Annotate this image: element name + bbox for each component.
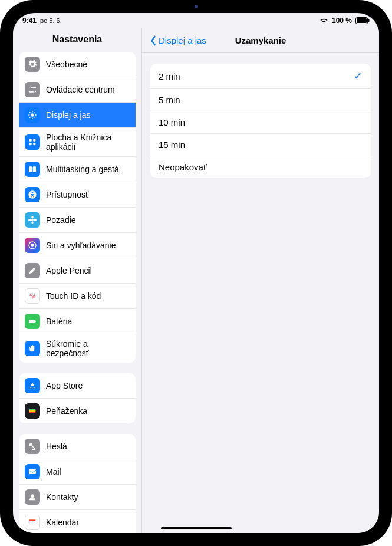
- calendar-icon: [25, 515, 40, 530]
- svg-point-28: [34, 219, 37, 221]
- back-button[interactable]: Displej a jas: [149, 35, 206, 46]
- status-date: po 5. 6.: [40, 17, 62, 24]
- switches-icon: [25, 82, 40, 97]
- svg-rect-40: [29, 520, 36, 522]
- sidebar-item[interactable]: Apple Pencil: [19, 258, 136, 284]
- svg-rect-35: [29, 412, 36, 414]
- sidebar-scroll[interactable]: VšeobecnéOvládacie centrumDisplej a jasP…: [13, 52, 141, 533]
- home-indicator[interactable]: [161, 527, 232, 529]
- svg-rect-20: [29, 167, 32, 172]
- option-row[interactable]: 2 min✓: [150, 64, 371, 89]
- svg-line-15: [29, 117, 30, 117]
- wallet-icon: [25, 403, 40, 419]
- appstore-icon: [25, 378, 40, 393]
- svg-point-5: [29, 87, 31, 88]
- gear-icon: [25, 57, 40, 72]
- sidebar-item[interactable]: Všeobecné: [19, 52, 136, 77]
- svg-rect-34: [29, 410, 36, 412]
- siri-icon: [25, 238, 40, 253]
- contacts-icon: [25, 489, 40, 505]
- sidebar-item-label: Multitasking a gestá: [46, 165, 130, 174]
- pencil-icon: [25, 263, 40, 278]
- svg-point-6: [34, 91, 35, 93]
- wifi-icon: [319, 18, 328, 24]
- sidebar-item[interactable]: Pozadie: [19, 208, 136, 233]
- svg-rect-16: [29, 139, 32, 142]
- svg-point-27: [28, 219, 31, 221]
- back-button-label: Displej a jas: [159, 35, 206, 45]
- sidebar-item[interactable]: Kalendár: [19, 510, 136, 533]
- sidebar-item[interactable]: Siri a vyhľadávanie: [19, 233, 136, 258]
- status-time: 9:41: [22, 17, 37, 25]
- detail-pane: Displej a jas Uzamykanie 2 min✓5 min10 m…: [141, 28, 379, 533]
- svg-point-38: [31, 495, 34, 498]
- option-label: 15 min: [159, 140, 185, 150]
- sidebar-item-label: Prístupnosť: [46, 190, 130, 199]
- sidebar-item-label: Displej a jas: [46, 110, 130, 120]
- sidebar-group: App StorePeňaženka: [19, 373, 136, 423]
- sidebar-item-label: Mail: [46, 467, 130, 476]
- battery-icon: [25, 314, 40, 329]
- svg-line-13: [34, 117, 35, 117]
- accessibility-icon: [25, 187, 40, 202]
- sidebar-item[interactable]: Touch ID a kód: [19, 284, 136, 309]
- sidebar-item-label: Súkromie a bezpečnosť: [46, 339, 130, 358]
- sidebar-item[interactable]: Plocha a Knižnica aplikácií: [19, 128, 136, 157]
- svg-point-36: [29, 443, 32, 446]
- svg-rect-21: [33, 167, 36, 172]
- sidebar-item[interactable]: Ovládacie centrum: [19, 77, 136, 103]
- sidebar-item[interactable]: Súkromie a bezpečnosť: [19, 334, 136, 363]
- mail-icon: [25, 464, 40, 479]
- svg-line-14: [34, 112, 35, 113]
- sidebar-item[interactable]: Batéria: [19, 309, 136, 334]
- option-row[interactable]: Neopakovať: [150, 156, 371, 178]
- brightness-icon: [25, 107, 40, 123]
- sidebar-item-label: Kalendár: [46, 518, 130, 527]
- fingerprint-icon: [25, 288, 40, 304]
- option-label: 10 min: [159, 117, 185, 127]
- sidebar-item-label: Plocha a Knižnica aplikácií: [46, 133, 130, 152]
- sidebar-group: VšeobecnéOvládacie centrumDisplej a jasP…: [19, 52, 136, 363]
- svg-rect-18: [29, 143, 32, 145]
- option-row[interactable]: 15 min: [150, 134, 371, 156]
- svg-rect-31: [29, 320, 35, 323]
- sidebar-item[interactable]: Mail: [19, 459, 136, 485]
- sidebar-item[interactable]: Multitasking a gestá: [19, 157, 136, 182]
- sidebar-item[interactable]: Displej a jas: [19, 103, 136, 128]
- battery-icon: [355, 17, 370, 24]
- sidebar-group: HesláMailKontaktyKalendárPoznámkyPripomi…: [19, 434, 136, 533]
- option-label: Neopakovať: [159, 162, 207, 172]
- svg-point-7: [31, 113, 34, 116]
- hand-icon: [25, 341, 40, 356]
- svg-rect-1: [357, 18, 367, 23]
- sidebar-item-label: Kontakty: [46, 492, 130, 502]
- svg-rect-2: [368, 19, 370, 22]
- sidebar-item-label: Batéria: [46, 317, 130, 326]
- key-icon: [25, 439, 40, 454]
- svg-rect-33: [29, 409, 36, 410]
- sidebar-item[interactable]: App Store: [19, 373, 136, 399]
- sidebar-item-label: Ovládacie centrum: [46, 85, 130, 94]
- option-row[interactable]: 10 min: [150, 111, 371, 134]
- svg-rect-37: [29, 469, 36, 474]
- sidebar-item-label: Siri a vyhľadávanie: [46, 241, 130, 250]
- screen: 9:41 po 5. 6. 100 % Nastavenia Všeobecné…: [13, 13, 379, 533]
- sidebar-item-label: Všeobecné: [46, 60, 130, 69]
- sidebar-item[interactable]: Prístupnosť: [19, 182, 136, 208]
- sidebar-item[interactable]: Kontakty: [19, 485, 136, 510]
- multitask-icon: [25, 162, 40, 177]
- sidebar-item[interactable]: Heslá: [19, 434, 136, 459]
- sidebar-item-label: Pozadie: [46, 215, 130, 225]
- chevron-left-icon: [149, 35, 157, 46]
- device-frame: 9:41 po 5. 6. 100 % Nastavenia Všeobecné…: [0, 0, 392, 546]
- sidebar-item-label: App Store: [46, 381, 130, 390]
- sidebar: Nastavenia VšeobecnéOvládacie centrumDis…: [13, 28, 141, 533]
- svg-point-24: [31, 219, 34, 221]
- svg-rect-32: [35, 321, 36, 323]
- svg-point-30: [31, 244, 34, 247]
- svg-point-25: [31, 216, 33, 219]
- option-label: 2 min: [159, 71, 180, 81]
- sidebar-item[interactable]: Peňaženka: [19, 399, 136, 423]
- svg-line-12: [29, 112, 30, 113]
- option-row[interactable]: 5 min: [150, 89, 371, 111]
